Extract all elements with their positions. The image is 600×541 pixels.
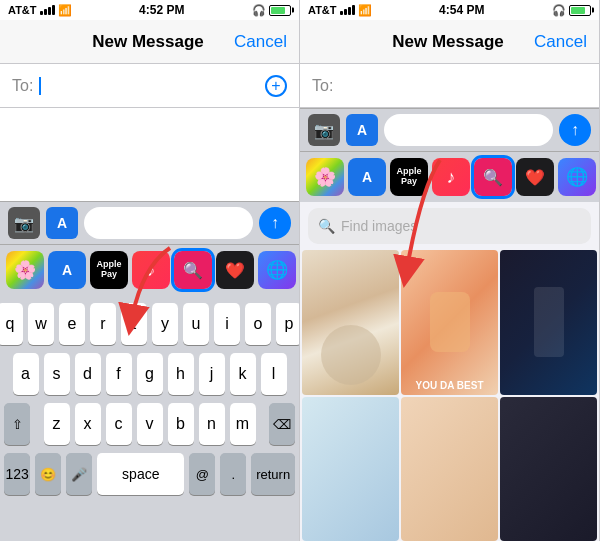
nav-bar-left: New Message Cancel — [0, 20, 299, 64]
key-mic[interactable]: 🎤 — [66, 453, 92, 495]
wifi-left: 📶 — [58, 4, 72, 17]
send-icon-right: ↑ — [571, 121, 579, 139]
status-right-left: 🎧 — [252, 4, 291, 17]
key-at[interactable]: @ — [189, 453, 215, 495]
appstore-icon2-right[interactable]: A — [348, 158, 386, 196]
key-l[interactable]: l — [261, 353, 287, 395]
key-p[interactable]: p — [276, 303, 300, 345]
key-v[interactable]: v — [137, 403, 163, 445]
key-h[interactable]: h — [168, 353, 194, 395]
keyboard-row-1: q w e r t y u i o p — [4, 303, 295, 345]
gif-icon-right[interactable]: 🔍 — [474, 158, 512, 196]
globe-icon-left[interactable]: 🌐 — [258, 251, 296, 289]
key-n[interactable]: n — [199, 403, 225, 445]
status-left: AT&T 📶 — [8, 4, 72, 17]
status-bar-right: AT&T 📶 4:54 PM 🎧 — [300, 0, 599, 20]
app-bar-right: 📷 A ↑ — [300, 108, 599, 152]
keyboard-left[interactable]: q w e r t y u i o p a s d f g h j k — [0, 295, 299, 507]
key-z[interactable]: z — [44, 403, 70, 445]
left-screen: AT&T 📶 4:52 PM 🎧 New Message — [0, 0, 300, 541]
key-r[interactable]: r — [90, 303, 116, 345]
appstore-icon-left[interactable]: A — [46, 207, 78, 239]
gif-icon-left[interactable]: 🔍 — [174, 251, 212, 289]
nav-bar-right: New Message Cancel — [300, 20, 599, 64]
key-q[interactable]: q — [0, 303, 23, 345]
status-right-right: 🎧 — [552, 4, 591, 17]
key-123[interactable]: 123 — [4, 453, 30, 495]
key-t[interactable]: t — [121, 303, 147, 345]
key-s[interactable]: s — [44, 353, 70, 395]
headphone-right: 🎧 — [552, 4, 566, 17]
music-icon-right[interactable]: ♪ — [432, 158, 470, 196]
key-w[interactable]: w — [28, 303, 54, 345]
image-search-bar[interactable]: 🔍 Find images — [308, 208, 591, 244]
photos-icon-right[interactable]: 🌸 — [306, 158, 344, 196]
app-bar-left: 📷 A ↑ — [0, 201, 299, 245]
send-icon-left: ↑ — [271, 214, 279, 232]
to-field-right[interactable]: To: — [300, 64, 599, 108]
message-input-right[interactable] — [384, 114, 553, 146]
status-left-right: AT&T 📶 — [308, 4, 372, 17]
key-k[interactable]: k — [230, 353, 256, 395]
send-button-right[interactable]: ↑ — [559, 114, 591, 146]
gif-cell-2[interactable]: YOU DA BEST — [401, 250, 498, 395]
key-shift[interactable]: ⇧ — [4, 403, 30, 445]
key-i[interactable]: i — [214, 303, 240, 345]
key-dot[interactable]: . — [220, 453, 246, 495]
key-o[interactable]: o — [245, 303, 271, 345]
key-g[interactable]: g — [137, 353, 163, 395]
add-recipient-button-left[interactable]: + — [265, 75, 287, 97]
key-e[interactable]: e — [59, 303, 85, 345]
keyboard-row-2: a s d f g h j k l — [4, 353, 295, 395]
wifi-right: 📶 — [358, 4, 372, 17]
camera-icon-right[interactable]: 📷 — [308, 114, 340, 146]
signal-right — [340, 5, 355, 15]
gif-cell-1[interactable] — [302, 250, 399, 395]
key-j[interactable]: j — [199, 353, 225, 395]
key-d[interactable]: d — [75, 353, 101, 395]
time-left: 4:52 PM — [139, 3, 184, 17]
search-icon-right: 🔍 — [318, 218, 335, 234]
applepay-icon-right[interactable]: ApplePay — [390, 158, 428, 196]
message-input-left[interactable] — [84, 207, 253, 239]
applepay-icon-left[interactable]: ApplePay — [90, 251, 128, 289]
key-emoji[interactable]: 😊 — [35, 453, 61, 495]
key-delete[interactable]: ⌫ — [269, 403, 295, 445]
nav-title-left: New Message — [92, 32, 204, 52]
app-icons-row-right: 🌸 A ApplePay ♪ 🔍 ❤️ 🌐 — [300, 152, 599, 202]
photos-icon-left[interactable]: 🌸 — [6, 251, 44, 289]
keyboard-row-4: 123 😊 🎤 space @ . return — [4, 453, 295, 495]
message-area-left[interactable] — [0, 108, 299, 201]
cancel-button-left[interactable]: Cancel — [234, 32, 287, 52]
key-u[interactable]: u — [183, 303, 209, 345]
key-f[interactable]: f — [106, 353, 132, 395]
appstore-icon2-left[interactable]: A — [48, 251, 86, 289]
key-return[interactable]: return — [251, 453, 295, 495]
key-c[interactable]: c — [106, 403, 132, 445]
headphone-left: 🎧 — [252, 4, 266, 17]
appstore-icon-right[interactable]: A — [346, 114, 378, 146]
cancel-button-right[interactable]: Cancel — [534, 32, 587, 52]
gif-cell-4[interactable] — [302, 397, 399, 542]
key-b[interactable]: b — [168, 403, 194, 445]
key-x[interactable]: x — [75, 403, 101, 445]
music-icon-left[interactable]: ♪ — [132, 251, 170, 289]
gif-cell-3[interactable] — [500, 250, 597, 395]
send-button-left[interactable]: ↑ — [259, 207, 291, 239]
key-m[interactable]: m — [230, 403, 256, 445]
gif-cell-6[interactable] — [500, 397, 597, 542]
to-label-right: To: — [312, 77, 333, 95]
key-space[interactable]: space — [97, 453, 184, 495]
gif-cell-5[interactable] — [401, 397, 498, 542]
text-cursor-left — [39, 77, 41, 95]
search-placeholder: Find images — [341, 218, 417, 234]
heart-icon-right[interactable]: ❤️ — [516, 158, 554, 196]
globe-icon-right[interactable]: 🌐 — [558, 158, 596, 196]
key-a[interactable]: a — [13, 353, 39, 395]
heart-icon-left[interactable]: ❤️ — [216, 251, 254, 289]
gif-grid: YOU DA BEST — [300, 250, 599, 541]
to-field-left[interactable]: To: + — [0, 64, 299, 108]
camera-icon-left[interactable]: 📷 — [8, 207, 40, 239]
time-right: 4:54 PM — [439, 3, 484, 17]
key-y[interactable]: y — [152, 303, 178, 345]
